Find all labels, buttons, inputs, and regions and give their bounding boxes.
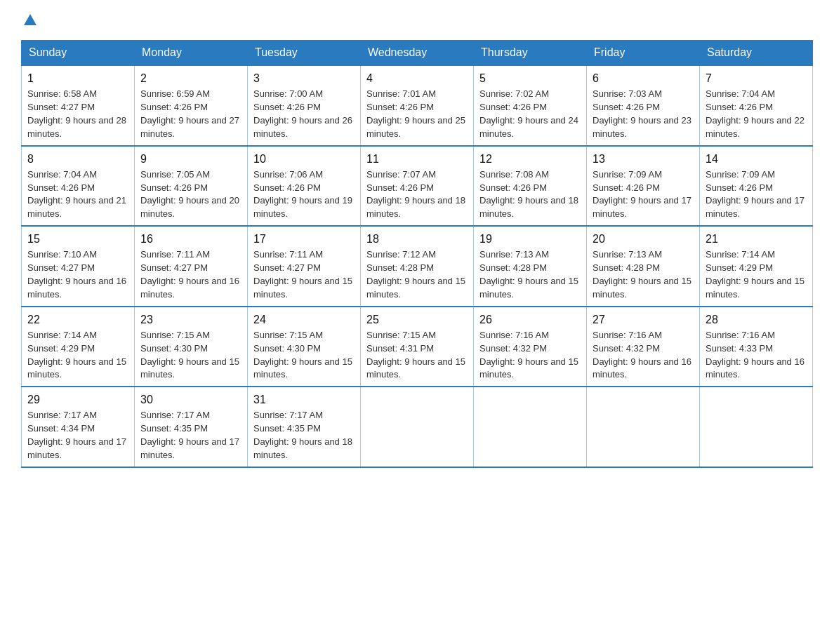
calendar-cell: 6 Sunrise: 7:03 AMSunset: 4:26 PMDayligh… [587,65,700,146]
day-number: 4 [366,70,468,86]
day-info: Sunrise: 7:07 AMSunset: 4:26 PMDaylight:… [366,169,465,220]
calendar-cell: 8 Sunrise: 7:04 AMSunset: 4:26 PMDayligh… [22,146,135,227]
day-of-week-header: Thursday [474,41,587,66]
calendar-cell: 15 Sunrise: 7:10 AMSunset: 4:27 PMDaylig… [22,226,135,307]
calendar-cell: 22 Sunrise: 7:14 AMSunset: 4:29 PMDaylig… [22,307,135,387]
day-of-week-header: Sunday [22,41,135,66]
calendar-cell: 9 Sunrise: 7:05 AMSunset: 4:26 PMDayligh… [135,146,248,227]
calendar-week-row: 15 Sunrise: 7:10 AMSunset: 4:27 PMDaylig… [22,226,813,307]
calendar-cell [361,387,474,467]
calendar-cell: 3 Sunrise: 7:00 AMSunset: 4:26 PMDayligh… [248,65,361,146]
calendar-cell: 23 Sunrise: 7:15 AMSunset: 4:30 PMDaylig… [135,307,248,387]
calendar-cell: 4 Sunrise: 7:01 AMSunset: 4:26 PMDayligh… [361,65,474,146]
calendar-cell [474,387,587,467]
day-number: 2 [140,70,241,86]
day-info: Sunrise: 7:01 AMSunset: 4:26 PMDaylight:… [366,88,465,139]
day-info: Sunrise: 7:16 AMSunset: 4:32 PMDaylight:… [479,330,578,380]
calendar-cell: 29 Sunrise: 7:17 AMSunset: 4:34 PMDaylig… [22,387,135,467]
day-info: Sunrise: 7:08 AMSunset: 4:26 PMDaylight:… [479,169,578,220]
calendar-cell: 26 Sunrise: 7:16 AMSunset: 4:32 PMDaylig… [474,307,587,387]
day-of-week-header: Tuesday [248,41,361,66]
day-info: Sunrise: 7:12 AMSunset: 4:28 PMDaylight:… [366,249,465,300]
calendar-cell: 12 Sunrise: 7:08 AMSunset: 4:26 PMDaylig… [474,146,587,227]
day-number: 19 [479,231,581,247]
calendar-cell [700,387,813,467]
day-info: Sunrise: 7:09 AMSunset: 4:26 PMDaylight:… [593,169,691,220]
day-info: Sunrise: 7:17 AMSunset: 4:35 PMDaylight:… [253,410,352,460]
day-number: 17 [253,231,355,247]
day-number: 21 [706,231,807,247]
calendar-week-row: 1 Sunrise: 6:58 AMSunset: 4:27 PMDayligh… [22,65,813,146]
calendar-cell: 25 Sunrise: 7:15 AMSunset: 4:31 PMDaylig… [361,307,474,387]
calendar-cell: 21 Sunrise: 7:14 AMSunset: 4:29 PMDaylig… [700,226,813,307]
calendar-cell: 24 Sunrise: 7:15 AMSunset: 4:30 PMDaylig… [248,307,361,387]
calendar-cell: 13 Sunrise: 7:09 AMSunset: 4:26 PMDaylig… [587,146,700,227]
calendar-cell: 27 Sunrise: 7:16 AMSunset: 4:32 PMDaylig… [587,307,700,387]
calendar-header-row: SundayMondayTuesdayWednesdayThursdayFrid… [22,41,813,66]
logo [21,14,37,26]
logo-triangle-icon [24,14,37,25]
day-number: 25 [366,311,468,328]
calendar-cell: 20 Sunrise: 7:13 AMSunset: 4:28 PMDaylig… [587,226,700,307]
day-info: Sunrise: 7:02 AMSunset: 4:26 PMDaylight:… [479,88,578,139]
day-info: Sunrise: 7:16 AMSunset: 4:33 PMDaylight:… [706,330,805,380]
calendar-cell: 28 Sunrise: 7:16 AMSunset: 4:33 PMDaylig… [700,307,813,387]
day-info: Sunrise: 7:15 AMSunset: 4:31 PMDaylight:… [366,330,465,380]
day-number: 27 [593,311,694,328]
day-info: Sunrise: 7:17 AMSunset: 4:35 PMDaylight:… [140,410,239,460]
day-number: 16 [140,231,241,247]
day-number: 1 [27,70,128,86]
day-number: 10 [253,151,355,167]
calendar-cell: 10 Sunrise: 7:06 AMSunset: 4:26 PMDaylig… [248,146,361,227]
calendar-cell: 31 Sunrise: 7:17 AMSunset: 4:35 PMDaylig… [248,387,361,467]
calendar-cell: 19 Sunrise: 7:13 AMSunset: 4:28 PMDaylig… [474,226,587,307]
day-info: Sunrise: 7:11 AMSunset: 4:27 PMDaylight:… [140,249,239,300]
calendar-cell: 7 Sunrise: 7:04 AMSunset: 4:26 PMDayligh… [700,65,813,146]
day-number: 23 [140,311,241,328]
day-info: Sunrise: 6:59 AMSunset: 4:26 PMDaylight:… [140,88,239,139]
day-number: 7 [706,70,807,86]
day-of-week-header: Saturday [700,41,813,66]
day-number: 14 [706,151,807,167]
day-number: 30 [140,391,241,408]
calendar-week-row: 29 Sunrise: 7:17 AMSunset: 4:34 PMDaylig… [22,387,813,467]
day-info: Sunrise: 7:03 AMSunset: 4:26 PMDaylight:… [593,88,691,139]
calendar-table: SundayMondayTuesdayWednesdayThursdayFrid… [21,40,813,468]
day-number: 9 [140,151,241,167]
day-info: Sunrise: 7:16 AMSunset: 4:32 PMDaylight:… [593,330,691,380]
day-number: 12 [479,151,581,167]
day-info: Sunrise: 7:14 AMSunset: 4:29 PMDaylight:… [27,330,126,380]
day-of-week-header: Wednesday [361,41,474,66]
day-info: Sunrise: 6:58 AMSunset: 4:27 PMDaylight:… [27,88,126,139]
day-info: Sunrise: 7:11 AMSunset: 4:27 PMDaylight:… [253,249,352,300]
day-number: 15 [27,231,128,247]
day-info: Sunrise: 7:14 AMSunset: 4:29 PMDaylight:… [706,249,805,300]
calendar-cell: 30 Sunrise: 7:17 AMSunset: 4:35 PMDaylig… [135,387,248,467]
day-of-week-header: Friday [587,41,700,66]
day-number: 6 [593,70,694,86]
day-number: 22 [27,311,128,328]
day-of-week-header: Monday [135,41,248,66]
day-info: Sunrise: 7:04 AMSunset: 4:26 PMDaylight:… [706,88,805,139]
day-number: 11 [366,151,468,167]
calendar-week-row: 22 Sunrise: 7:14 AMSunset: 4:29 PMDaylig… [22,307,813,387]
page-header [21,14,813,26]
day-info: Sunrise: 7:06 AMSunset: 4:26 PMDaylight:… [253,169,352,220]
day-info: Sunrise: 7:04 AMSunset: 4:26 PMDaylight:… [27,169,126,220]
day-number: 3 [253,70,355,86]
day-info: Sunrise: 7:15 AMSunset: 4:30 PMDaylight:… [253,330,352,380]
day-number: 20 [593,231,694,247]
calendar-cell: 16 Sunrise: 7:11 AMSunset: 4:27 PMDaylig… [135,226,248,307]
calendar-cell: 17 Sunrise: 7:11 AMSunset: 4:27 PMDaylig… [248,226,361,307]
day-number: 18 [366,231,468,247]
day-info: Sunrise: 7:05 AMSunset: 4:26 PMDaylight:… [140,169,239,220]
calendar-week-row: 8 Sunrise: 7:04 AMSunset: 4:26 PMDayligh… [22,146,813,227]
day-info: Sunrise: 7:13 AMSunset: 4:28 PMDaylight:… [479,249,578,300]
day-info: Sunrise: 7:09 AMSunset: 4:26 PMDaylight:… [706,169,805,220]
day-number: 24 [253,311,355,328]
day-number: 29 [27,391,128,408]
day-info: Sunrise: 7:10 AMSunset: 4:27 PMDaylight:… [27,249,126,300]
calendar-cell: 1 Sunrise: 6:58 AMSunset: 4:27 PMDayligh… [22,65,135,146]
calendar-cell: 11 Sunrise: 7:07 AMSunset: 4:26 PMDaylig… [361,146,474,227]
calendar-cell: 5 Sunrise: 7:02 AMSunset: 4:26 PMDayligh… [474,65,587,146]
